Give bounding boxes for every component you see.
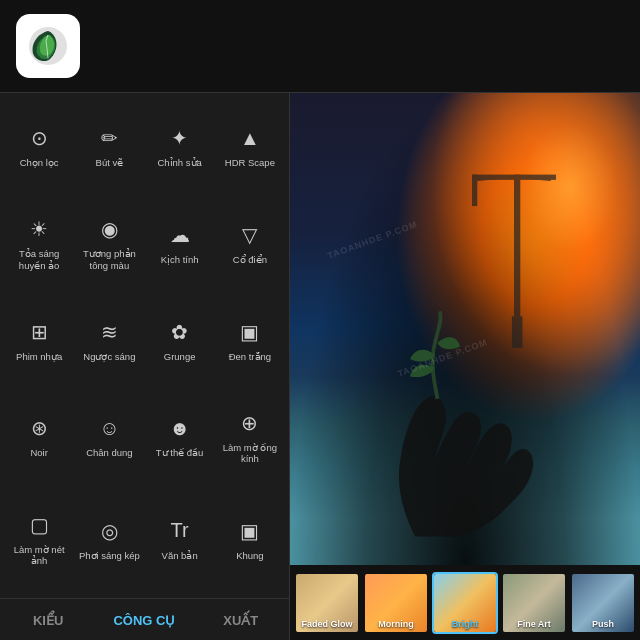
tool-label-chon-loc: Chọn lọc bbox=[20, 157, 59, 168]
tool-label-tu-the-dau: Tư thế đầu bbox=[156, 447, 204, 458]
tool-den-trang[interactable]: ▣ Đen trắng bbox=[215, 294, 285, 385]
bottom-nav: KIỂUCÔNG CỤXUẤT bbox=[0, 598, 289, 640]
tool-toa-sang[interactable]: ☀ Tỏa sáng huyền ảo bbox=[4, 192, 74, 294]
filter-label-faded-glow: Faded Glow bbox=[301, 619, 352, 629]
tool-icon-nguoc-sang: ≋ bbox=[95, 318, 123, 346]
nav-kieu[interactable]: KIỂU bbox=[0, 609, 96, 632]
tool-phim-nhua[interactable]: ⊞ Phim nhựa bbox=[4, 294, 74, 385]
tool-icon-co-dien: ▽ bbox=[236, 221, 264, 249]
tool-icon-tuong-phan: ◉ bbox=[95, 215, 123, 243]
filter-label-bright: Bright bbox=[452, 619, 479, 629]
tool-label-chan-dung: Chân dung bbox=[86, 447, 132, 458]
tool-icon-lam-mo-ong-kinh: ⊕ bbox=[236, 409, 264, 437]
tool-hdr-scape[interactable]: ▲ HDR Scape bbox=[215, 101, 285, 192]
tool-icon-van-ban: Tr bbox=[166, 517, 194, 545]
filter-push[interactable]: Push bbox=[570, 572, 636, 634]
tool-label-nguoc-sang: Ngược sáng bbox=[83, 351, 135, 362]
tool-noir[interactable]: ⊛ Noir bbox=[4, 385, 74, 487]
tool-label-but-ve: Bút vẽ bbox=[96, 157, 124, 168]
tool-icon-den-trang: ▣ bbox=[236, 318, 264, 346]
tool-icon-phoi-sang-kep: ◎ bbox=[95, 517, 123, 545]
tool-label-den-trang: Đen trắng bbox=[229, 351, 271, 362]
tool-icon-kich-tinh: ☁ bbox=[166, 221, 194, 249]
tool-grunge[interactable]: ✿ Grunge bbox=[145, 294, 215, 385]
filter-bright[interactable]: Bright bbox=[432, 572, 498, 634]
tool-label-grunge: Grunge bbox=[164, 351, 196, 362]
tool-label-tuong-phan: Tương phản tông màu bbox=[78, 248, 140, 271]
tool-chon-loc[interactable]: ⊙ Chọn lọc bbox=[4, 101, 74, 192]
tool-icon-tu-the-dau: ☻ bbox=[166, 414, 194, 442]
tool-label-lam-mo-ong-kinh: Làm mờ ống kính bbox=[219, 442, 281, 465]
tool-nguoc-sang[interactable]: ≋ Ngược sáng bbox=[74, 294, 144, 385]
snapseed-logo-icon bbox=[23, 21, 73, 71]
tool-label-toa-sang: Tỏa sáng huyền ảo bbox=[8, 248, 70, 271]
tool-icon-toa-sang: ☀ bbox=[25, 215, 53, 243]
photo-area: TAOANHDE P.COM TAOANHDE P.COM bbox=[290, 93, 640, 565]
nav-xuat[interactable]: XUẤT bbox=[193, 609, 289, 632]
filter-faded-glow[interactable]: Faded Glow bbox=[294, 572, 360, 634]
photo-canvas: TAOANHDE P.COM TAOANHDE P.COM bbox=[290, 93, 640, 565]
tool-kich-tinh[interactable]: ☁ Kịch tính bbox=[145, 192, 215, 294]
filter-morning[interactable]: Morning bbox=[363, 572, 429, 634]
tool-icon-phim-nhua: ⊞ bbox=[25, 318, 53, 346]
tool-co-dien[interactable]: ▽ Cổ điển bbox=[215, 192, 285, 294]
tool-but-ve[interactable]: ✏ Bút vẽ bbox=[74, 101, 144, 192]
filter-label-push: Push bbox=[592, 619, 614, 629]
tools-grid: ⊙ Chọn lọc ✏ Bút vẽ ✦ Chỉnh sửa ▲ HDR Sc… bbox=[0, 93, 289, 598]
tool-lam-mo-ong-kinh[interactable]: ⊕ Làm mờ ống kính bbox=[215, 385, 285, 487]
tool-label-chinh-sua: Chỉnh sửa bbox=[157, 157, 201, 168]
tool-icon-lam-mo-net-anh: ▢ bbox=[25, 511, 53, 539]
tool-label-hdr-scape: HDR Scape bbox=[225, 157, 275, 168]
app-logo bbox=[16, 14, 80, 78]
tool-label-lam-mo-net-anh: Làm mờ nét ảnh bbox=[8, 544, 70, 567]
tool-label-kich-tinh: Kịch tính bbox=[161, 254, 199, 265]
main-content: ⊙ Chọn lọc ✏ Bút vẽ ✦ Chỉnh sửa ▲ HDR Sc… bbox=[0, 93, 640, 640]
tool-label-van-ban: Văn bản bbox=[162, 550, 198, 561]
tool-chinh-sua[interactable]: ✦ Chỉnh sửa bbox=[145, 101, 215, 192]
tool-chan-dung[interactable]: ☺ Chân dung bbox=[74, 385, 144, 487]
app-header bbox=[0, 0, 640, 93]
filter-label-morning: Morning bbox=[378, 619, 414, 629]
tool-label-khung: Khung bbox=[236, 550, 263, 561]
filter-strip: Faded Glow Morning Bright Fine Art Push bbox=[290, 565, 640, 640]
tool-label-phim-nhua: Phim nhựa bbox=[16, 351, 62, 362]
tool-icon-but-ve: ✏ bbox=[95, 124, 123, 152]
tool-phoi-sang-kep[interactable]: ◎ Phơi sáng kép bbox=[74, 488, 144, 590]
tool-icon-chan-dung: ☺ bbox=[95, 414, 123, 442]
tool-label-phoi-sang-kep: Phơi sáng kép bbox=[79, 550, 140, 561]
tool-lam-mo-net-anh[interactable]: ▢ Làm mờ nét ảnh bbox=[4, 488, 74, 590]
tool-icon-noir: ⊛ bbox=[25, 414, 53, 442]
filter-label-fine-art: Fine Art bbox=[517, 619, 551, 629]
tool-icon-chon-loc: ⊙ bbox=[25, 124, 53, 152]
tool-label-noir: Noir bbox=[30, 447, 47, 458]
tool-icon-hdr-scape: ▲ bbox=[236, 124, 264, 152]
tool-icon-khung: ▣ bbox=[236, 517, 264, 545]
tool-tu-the-dau[interactable]: ☻ Tư thế đầu bbox=[145, 385, 215, 487]
tool-tuong-phan[interactable]: ◉ Tương phản tông màu bbox=[74, 192, 144, 294]
right-panel: TAOANHDE P.COM TAOANHDE P.COM Faded Glow… bbox=[290, 93, 640, 640]
tool-icon-chinh-sua: ✦ bbox=[166, 124, 194, 152]
svg-rect-3 bbox=[472, 174, 477, 206]
filter-fine-art[interactable]: Fine Art bbox=[501, 572, 567, 634]
hand-leaf-silhouette bbox=[290, 258, 640, 565]
left-panel: ⊙ Chọn lọc ✏ Bút vẽ ✦ Chỉnh sửa ▲ HDR Sc… bbox=[0, 93, 290, 640]
tool-icon-grunge: ✿ bbox=[166, 318, 194, 346]
nav-cong-cu[interactable]: CÔNG CỤ bbox=[96, 609, 192, 632]
tool-label-co-dien: Cổ điển bbox=[233, 254, 267, 265]
tool-khung[interactable]: ▣ Khung bbox=[215, 488, 285, 590]
tool-van-ban[interactable]: Tr Văn bản bbox=[145, 488, 215, 590]
